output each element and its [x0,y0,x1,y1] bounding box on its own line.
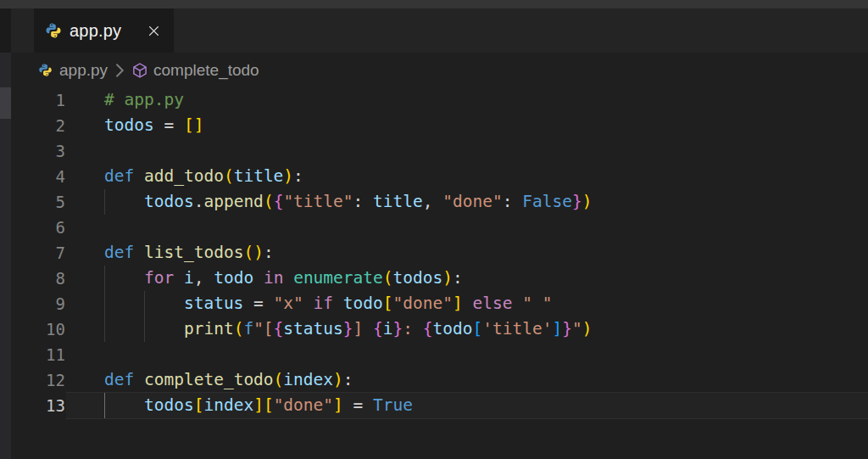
line-number[interactable]: 12 [11,367,65,393]
code-line-text: def add_todo(title): [104,164,868,189]
code-line[interactable]: 2todos = [] [0,113,868,138]
line-number[interactable]: 9 [11,291,65,316]
indent-guide [144,291,145,316]
code-area[interactable]: 1# app.py2todos = []34def add_todo(title… [0,87,868,418]
left-edge-strip [0,53,11,459]
symbol-method-icon [131,62,148,79]
code-line[interactable]: 5 todos.append({"title": title, "done": … [0,189,868,215]
python-icon [45,22,62,39]
code-line-text: def complete_todo(index): [104,367,868,393]
code-line[interactable]: 9 status = "x" if todo["done"] else " " [0,291,868,316]
code-line[interactable]: 1# app.py [0,87,868,113]
code-line-text: def list_todos(): [104,240,868,266]
line-number[interactable]: 4 [11,164,65,189]
tab-app-py[interactable]: app.py [34,8,174,53]
line-number[interactable]: 6 [11,215,65,240]
indent-guide [104,291,105,316]
code-line-text [104,138,868,164]
breadcrumb: app.py complete_todo [11,53,868,87]
line-number[interactable]: 8 [11,266,65,291]
code-line-text [104,342,868,367]
code-line[interactable]: 7def list_todos(): [0,240,868,266]
code-line-text: status = "x" if todo["done"] else " " [104,291,868,316]
code-line-text [104,215,868,240]
left-edge-strip-top [0,8,11,53]
python-icon [38,63,53,77]
code-line[interactable]: 6 [0,215,868,240]
breadcrumb-item-symbol[interactable]: complete_todo [153,61,259,80]
indent-guide [144,316,145,342]
close-icon[interactable] [144,21,163,40]
code-line-text: print(f"[{status}] {i}: {todo['title']}"… [104,316,868,342]
line-number[interactable]: 11 [11,342,65,367]
line-number[interactable]: 7 [11,240,65,266]
code-line-text: for i, todo in enumerate(todos): [104,266,868,291]
code-line[interactable]: 10 print(f"[{status}] {i}: {todo['title'… [0,316,868,342]
indent-guide [104,316,105,342]
code-line[interactable]: 3 [0,138,868,164]
line-number[interactable]: 1 [11,87,65,113]
indent-guide [104,266,105,291]
scrollbar-thumb[interactable] [0,87,11,119]
line-number[interactable]: 3 [11,138,65,164]
line-number[interactable]: 5 [11,189,65,215]
window-top-edge [0,0,868,8]
code-line-text: todos.append({"title": title, "done": Fa… [104,189,868,215]
tab-label: app.py [70,21,121,41]
indent-guide [104,393,105,418]
line-number[interactable]: 13 [11,393,65,418]
code-line[interactable]: 12def complete_todo(index): [0,367,868,393]
code-line[interactable]: 8 for i, todo in enumerate(todos): [0,266,868,291]
indent-guide [104,189,105,215]
breadcrumb-item-file[interactable]: app.py [59,61,108,80]
line-number[interactable]: 2 [11,113,65,138]
code-line[interactable]: 4def add_todo(title): [0,164,868,189]
code-line-text: # app.py [104,87,868,113]
line-number[interactable]: 10 [11,316,65,342]
code-line-text: todos[index]["done"] = True [104,393,868,418]
code-line[interactable]: 11 [0,342,868,367]
code-line[interactable]: 13 todos[index]["done"] = True [0,393,868,418]
tab-bar: app.py [11,8,868,53]
code-line-text: todos = [] [104,113,868,138]
chevron-right-icon [114,63,125,78]
